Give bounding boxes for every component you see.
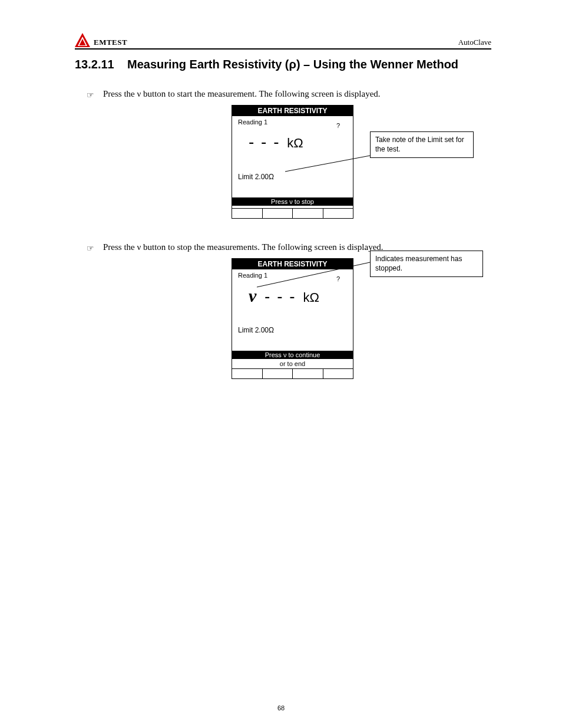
screen2-mark: ? [336, 275, 340, 282]
triangle-logo-icon [75, 33, 90, 47]
screen1-body: Reading 1 - - - kΩ ? Limit 2.00Ω [232, 116, 353, 197]
screen2-unit-prefix: k [303, 290, 309, 305]
step-1-text: Press the ν button to start the measurem… [103, 89, 381, 98]
screen2-reading-value: ν - - - kΩ [249, 286, 319, 306]
screen1-title: EARTH RESISTIVITY [232, 106, 353, 116]
step-2-text: Press the ν button to stop the measureme… [103, 242, 384, 252]
screen-mock-2: EARTH RESISTIVITY Reading 1 ν - - - kΩ ?… [232, 258, 353, 379]
brand-text: EMTEST [94, 38, 127, 47]
screen1-reading-value: - - - kΩ [249, 133, 303, 151]
screen2-end-text: or to end [232, 359, 353, 368]
screen1-limit: Limit 2.00Ω [238, 173, 274, 181]
screen1-unit-prefix: k [287, 136, 293, 150]
screen2-bottom-bar: Press ν to continue [232, 351, 353, 359]
screen2-unit: kΩ [303, 290, 319, 305]
softkey [323, 369, 353, 378]
header-right-text: AutoClave [458, 38, 491, 47]
callout-1: Take note of the Limit set for the test. [370, 131, 474, 158]
steps-column: ☞ Press the ν button to start the measur… [103, 89, 491, 379]
screen2-dashes: - - - [265, 287, 296, 305]
page-header: EMTEST AutoClave [75, 26, 491, 50]
pointing-hand-icon: ☞ [87, 243, 94, 253]
screen2-title: EARTH RESISTIVITY [232, 259, 353, 269]
softkey [232, 369, 263, 378]
page-number: 68 [0, 704, 562, 711]
brand-logo: EMTEST [75, 33, 127, 47]
screen1-unit: kΩ [287, 136, 303, 150]
ohm-icon: Ω [293, 136, 303, 150]
softkey [293, 369, 323, 378]
screen2-reading-label: Reading 1 [238, 272, 267, 279]
section-title-text: Measuring Earth Resistivity (ρ) – Using … [127, 58, 458, 71]
section-number: 13.2.11 [75, 58, 114, 71]
softkey [232, 209, 263, 218]
ohm-icon: Ω [309, 290, 319, 305]
softkey [263, 209, 293, 218]
screen2-body: Reading 1 ν - - - kΩ ? Limit 2.00Ω [232, 269, 353, 351]
screen1-softkeys [232, 208, 353, 218]
pointing-hand-icon: ☞ [87, 90, 94, 100]
softkey [293, 209, 323, 218]
screen-mock-1: EARTH RESISTIVITY Reading 1 - - - kΩ ? L… [232, 105, 353, 219]
callout-2: Indicates measurement has stopped. [370, 251, 483, 277]
softkey [323, 209, 353, 218]
screen1-dashes: - - - [249, 133, 280, 151]
screen1-bottom-bar: Press ν to stop [232, 197, 353, 206]
screen2-limit: Limit 2.00Ω [238, 326, 274, 334]
screen2-softkeys [232, 368, 353, 378]
page-content: 13.2.11 Measuring Earth Resistivity (ρ) … [75, 58, 491, 403]
softkey [263, 369, 293, 378]
screen1-reading-label: Reading 1 [238, 118, 267, 126]
step-1: ☞ Press the ν button to start the measur… [103, 89, 491, 99]
section-title: 13.2.11 Measuring Earth Resistivity (ρ) … [75, 58, 491, 71]
screen1-mark: ? [336, 122, 340, 129]
nu-stop-icon: ν [249, 286, 256, 305]
